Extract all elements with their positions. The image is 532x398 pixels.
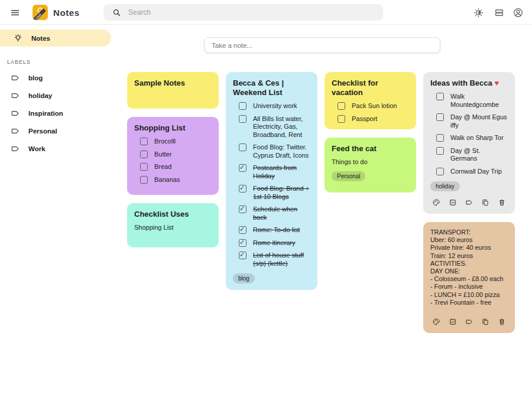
checklist-item: Passport — [338, 115, 409, 123]
note-card-becca-ces-weekend-list[interactable]: Becca & Ces | Weekend ListUniversity wor… — [226, 72, 317, 290]
checkbox-unchecked-icon[interactable] — [338, 102, 345, 110]
checkbox-toggle-icon — [449, 318, 457, 326]
color-palette-button[interactable] — [432, 198, 441, 207]
note-body-line: - Trevi Fountain - free — [430, 299, 508, 306]
note-title: Becca & Ces | Weekend List — [233, 79, 310, 97]
checkbox-unchecked-icon[interactable] — [239, 102, 246, 110]
heart-icon: ♥ — [492, 79, 499, 87]
checkbox-unchecked-icon[interactable] — [436, 113, 444, 121]
checklist-item-text: Walk on Sharp Tor — [450, 134, 504, 142]
checkbox-unchecked-icon[interactable] — [140, 176, 148, 184]
note-card-transport-note[interactable]: TRANSPORT:Uber: 60 eurosPrivate hire: 40… — [423, 222, 515, 333]
labels-section-header: LABELS — [7, 59, 31, 65]
checklist-item-text: Postcards from Holiday — [253, 164, 310, 180]
label-tag-button[interactable] — [465, 198, 474, 207]
take-a-note-input[interactable] — [205, 42, 440, 49]
label-chips: Personal — [332, 171, 409, 181]
checkbox-checked-icon[interactable] — [239, 226, 246, 234]
checklist-item: Day @ Mount Egus iffy — [436, 113, 508, 129]
theme-toggle-button[interactable] — [471, 5, 486, 20]
sidebar-item-notes[interactable]: Notes — [0, 30, 111, 47]
note-toolbar — [430, 311, 508, 327]
note-card-shopping-list[interactable]: Shopping ListBrocolllButterBreadBananas — [127, 117, 219, 195]
checklist-item-text: University work — [253, 102, 297, 110]
checklist-item-text: Butter — [154, 151, 171, 159]
note-card-checklist-uses[interactable]: Checklist UsesShopping List — [127, 203, 219, 247]
sidebar-item-personal[interactable]: Personal — [0, 122, 111, 140]
checkbox-unchecked-icon[interactable] — [436, 147, 444, 155]
color-palette-button[interactable] — [432, 317, 441, 327]
checklist-item: Postcards from Holiday — [239, 164, 310, 180]
checklist-item: Rome itinerary — [239, 239, 310, 247]
label-chip[interactable]: blog — [233, 273, 255, 283]
checkbox-checked-icon[interactable] — [239, 252, 246, 259]
checkbox-unchecked-icon[interactable] — [140, 151, 148, 158]
note-body-line: Uber: 60 euros — [430, 236, 508, 244]
sidebar-item-label: Inspiration — [28, 110, 63, 117]
note-card-checklist-for-vacation[interactable]: Checklist for vacationPack Sun lotionPas… — [325, 72, 416, 129]
label-tag-icon — [11, 73, 20, 83]
note-card-feed-the-cat[interactable]: Feed the catThings to doPersonal — [325, 138, 416, 193]
copy-button[interactable] — [481, 198, 490, 207]
sidebar-item-label: Notes — [31, 35, 50, 42]
label-list: blog holiday Inspiration Personal Work — [0, 69, 111, 158]
sidebar-item-label: holiday — [28, 92, 52, 99]
checklist-item-text: Day @ Mount Egus iffy — [450, 113, 508, 129]
checklist-item: University work — [239, 102, 310, 110]
note-body: TRANSPORT:Uber: 60 eurosPrivate hire: 40… — [430, 229, 508, 306]
list-view-button[interactable] — [491, 5, 507, 20]
hamburger-menu-button[interactable] — [7, 5, 22, 20]
take-a-note-box[interactable] — [204, 37, 440, 53]
trash-button[interactable] — [497, 317, 507, 327]
checkbox-checked-icon[interactable] — [239, 164, 246, 172]
checkbox-unchecked-icon[interactable] — [239, 115, 246, 123]
label-chip[interactable]: Personal — [332, 171, 365, 181]
note-body-line: - Forum - inclusive — [430, 283, 508, 291]
trash-icon — [498, 318, 506, 326]
note-title: Shopping List — [134, 123, 212, 133]
notes-board: Sample NotesShopping ListBrocolllButterB… — [127, 72, 515, 333]
search-bar[interactable] — [103, 4, 383, 21]
checklist-item: Pack Sun lotion — [338, 102, 409, 110]
color-palette-icon — [432, 198, 440, 207]
note-card-ideas-with-becca[interactable]: Ideas with Becca ♥Walk MountedgcombeDay … — [423, 72, 515, 214]
trash-button[interactable] — [497, 198, 507, 207]
note-title-text: Checklist for vacation — [332, 79, 378, 97]
board-column: Ideas with Becca ♥Walk MountedgcombeDay … — [423, 72, 515, 333]
checkbox-unchecked-icon[interactable] — [140, 138, 148, 145]
checklist-item-text: Bananas — [154, 176, 180, 184]
checklist-item: List of house stuff (s/p) (kettle) — [239, 252, 310, 267]
label-tag-button[interactable] — [465, 317, 474, 327]
checkbox-toggle-button[interactable] — [448, 317, 458, 327]
sidebar-item-holiday[interactable]: holiday — [0, 87, 111, 105]
checkbox-checked-icon[interactable] — [239, 239, 246, 247]
sidebar-item-label: Work — [28, 145, 46, 152]
note-card-sample-notes[interactable]: Sample Notes — [127, 72, 219, 109]
sidebar-item-work[interactable]: Work — [0, 140, 111, 158]
sidebar-item-blog[interactable]: blog — [0, 69, 111, 87]
checkbox-unchecked-icon[interactable] — [436, 93, 444, 100]
label-chips: holiday — [430, 181, 508, 191]
checklist-item-text: Rome: To-do list — [253, 226, 300, 234]
note-title: Feed the cat — [332, 144, 409, 154]
checkbox-unchecked-icon[interactable] — [436, 168, 444, 175]
account-button[interactable] — [510, 5, 525, 20]
label-tag-icon — [11, 144, 20, 154]
note-toolbar — [430, 191, 508, 207]
checkbox-toggle-button[interactable] — [448, 198, 458, 207]
label-chip[interactable]: holiday — [430, 181, 460, 191]
checkbox-unchecked-icon[interactable] — [239, 143, 246, 151]
checkbox-unchecked-icon[interactable] — [140, 163, 148, 171]
copy-button[interactable] — [481, 317, 490, 327]
checkbox-unchecked-icon[interactable] — [436, 134, 444, 142]
sidebar-item-inspiration[interactable]: Inspiration — [0, 105, 111, 122]
checkbox-checked-icon[interactable] — [239, 185, 246, 193]
checklist-item-text: Rome itinerary — [253, 239, 296, 247]
checkbox-checked-icon[interactable] — [239, 205, 246, 213]
search-input[interactable] — [128, 8, 383, 17]
lightbulb-icon — [13, 33, 23, 43]
label-chips: blog — [233, 273, 310, 283]
list-view-icon — [494, 7, 505, 18]
checkbox-unchecked-icon[interactable] — [338, 115, 345, 123]
theme-toggle-icon — [473, 7, 484, 18]
